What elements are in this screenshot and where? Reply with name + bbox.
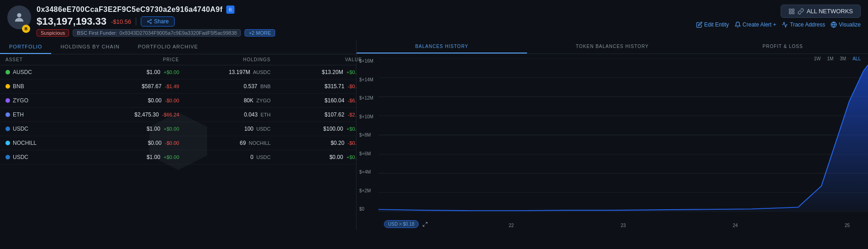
price-value: $1.00	[147, 154, 160, 160]
holdings-cell: 0.537 BNB	[179, 83, 271, 90]
tab-token-balances[interactable]: TOKEN BALANCES HISTORY	[527, 40, 698, 53]
tab-portfolio[interactable]: PORTFOLIO	[0, 40, 51, 54]
holdings-cell: 69 NOCHILL	[179, 140, 271, 146]
y-axis-label: $0	[359, 207, 373, 212]
svg-line-27	[426, 222, 427, 224]
price-value: $1.00	[147, 126, 160, 132]
y-axis-label: $+10M	[359, 114, 373, 119]
asset-dot	[5, 155, 10, 159]
table-row[interactable]: USDC $1.00 +$0.00 100 USDC $100.00 +$0.0…	[0, 122, 356, 136]
value-cell: $0.00 +$0.00	[271, 154, 356, 160]
trace-address-button[interactable]: Trace Address	[782, 21, 825, 28]
col-asset: ASSET	[5, 57, 88, 62]
price-cell: $1.00 +$0.00	[88, 126, 179, 132]
tags-row: Suspicious BSC First Funder: 0x9343D2703…	[37, 29, 861, 37]
holdings-amount: 69	[240, 140, 246, 146]
visualize-button[interactable]: Visualize	[831, 21, 861, 28]
chart-area: 1W 1M 3M ALL $+16M$+14M$+12M$+10M$+8M$+6…	[357, 54, 868, 230]
table-row[interactable]: AUSDC $1.00 +$0.00 13.197M AUSDC $13.20M…	[0, 65, 356, 79]
holdings-token: USDC	[256, 154, 271, 160]
table-row[interactable]: ZYGO $0.00 -$0.00 80K ZYGO $160.04 -$6.8…	[0, 94, 356, 108]
value-change: +$0.00	[346, 154, 356, 160]
value-change: -$2.88	[348, 112, 356, 117]
price-change: +$0.00	[164, 126, 179, 132]
avatar-wrap: B	[7, 5, 31, 33]
copy-icon[interactable]: ⎘	[226, 5, 234, 14]
svg-point-1	[150, 19, 152, 21]
asset-cell: ZYGO	[5, 97, 88, 104]
col-value: VALUE	[271, 57, 362, 62]
value-change: -$0.02	[348, 140, 356, 146]
holdings-cell: 80K ZYGO	[179, 97, 271, 104]
asset-name: NOCHILL	[13, 140, 37, 146]
asset-dot	[5, 141, 10, 145]
holdings-amount: 80K	[244, 97, 253, 104]
balance-change: -$10.56	[111, 18, 131, 25]
svg-line-4	[149, 22, 150, 23]
header: B 0x3486eE700CcaF3E2F9C5eC9730a2e916a474…	[0, 0, 868, 37]
y-axis-label: $+8M	[359, 132, 373, 138]
price-value: $1.00	[147, 69, 160, 75]
price-cell: $1.00 +$0.00	[88, 154, 179, 160]
first-funder-badge: BSC First Funder: 0x9343D27034F9005a7c9E…	[73, 29, 241, 37]
more-tags-badge[interactable]: +2 MORE	[245, 29, 275, 37]
svg-point-0	[17, 13, 21, 17]
table-row[interactable]: NOCHILL $0.00 -$0.00 69 NOCHILL $0.20 -$…	[0, 136, 356, 150]
table-row[interactable]: ETH $2,475.30 -$66.24 0.043 ETH $107.62 …	[0, 108, 356, 122]
networks-button[interactable]: ALL NETWORKS	[781, 5, 861, 18]
tab-balances-history[interactable]: BALANCES HISTORY	[357, 40, 527, 53]
asset-cell: USDC	[5, 154, 88, 160]
price-value: $2,475.30	[134, 111, 159, 118]
price-change: +$0.00	[164, 69, 179, 75]
y-axis-label: $+2M	[359, 188, 373, 193]
edit-entity-button[interactable]: Edit Entity	[696, 21, 729, 28]
main-content: PORTFOLIO HOLDINGS BY CHAIN PORTFOLIO AR…	[0, 40, 868, 230]
expand-icon[interactable]	[422, 222, 428, 227]
price-value: $0.00	[148, 97, 161, 104]
left-panel: PORTFOLIO HOLDINGS BY CHAIN PORTFOLIO AR…	[0, 40, 357, 230]
asset-dot	[5, 112, 10, 117]
action-buttons: Edit Entity Create Alert + Trace Address…	[696, 21, 861, 28]
asset-cell: BNB	[5, 83, 88, 90]
asset-dot	[5, 98, 10, 103]
y-axis-label: $+6M	[359, 151, 373, 156]
asset-dot	[5, 84, 10, 89]
asset-name: ZYGO	[13, 97, 28, 104]
price-cell: $1.00 +$0.00	[88, 69, 179, 75]
create-alert-button[interactable]: Create Alert +	[735, 21, 777, 28]
y-axis-label: $+16M	[359, 58, 373, 64]
share-button[interactable]: Share	[141, 16, 175, 26]
svg-point-2	[148, 21, 149, 22]
price-change: -$66.24	[162, 112, 179, 117]
value-amount: $0.20	[330, 140, 344, 146]
tab-profit-loss[interactable]: PROFIT & LOSS	[698, 40, 868, 53]
holdings-amount: 0.537	[244, 83, 257, 90]
asset-name: BNB	[13, 83, 24, 90]
value-cell: $13.20M +$0.00	[271, 69, 356, 75]
tab-portfolio-archive[interactable]: PORTFOLIO ARCHIVE	[129, 40, 208, 54]
svg-rect-6	[789, 9, 791, 11]
usd-badge[interactable]: USD > $0.18	[384, 220, 419, 228]
table-row[interactable]: BNB $587.67 -$1.49 0.537 BNB $315.71 -$0…	[0, 79, 356, 94]
wallet-address: 0x3486eE700CcaF3E2F9C5eC9730a2e916a4740A…	[37, 5, 223, 14]
holdings-amount: 0	[250, 154, 254, 160]
price-change: -$0.00	[165, 140, 179, 146]
tab-holdings-by-chain[interactable]: HOLDINGS BY CHAIN	[51, 40, 128, 54]
value-change: -$0.80	[348, 84, 356, 89]
svg-line-28	[423, 225, 425, 227]
chain-badge: B	[22, 25, 30, 33]
holdings-token: ETH	[261, 112, 271, 117]
value-cell: $315.71 -$0.80	[271, 83, 356, 90]
left-tabs: PORTFOLIO HOLDINGS BY CHAIN PORTFOLIO AR…	[0, 40, 356, 54]
asset-dot	[5, 70, 10, 74]
value-cell: $100.00 +$0.00	[271, 126, 356, 132]
asset-dot	[5, 127, 10, 131]
value-amount: $107.62	[325, 111, 344, 118]
holdings-amount: 100	[244, 126, 253, 132]
asset-name: ETH	[13, 111, 24, 118]
balance-value: $13,197,193.33	[37, 16, 107, 27]
holdings-token: NOCHILL	[249, 140, 271, 146]
value-amount: $0.00	[330, 154, 343, 160]
price-cell: $0.00 -$0.00	[88, 97, 179, 104]
table-row[interactable]: USDC $1.00 +$0.00 0 USDC $0.00 +$0.00	[0, 150, 356, 164]
